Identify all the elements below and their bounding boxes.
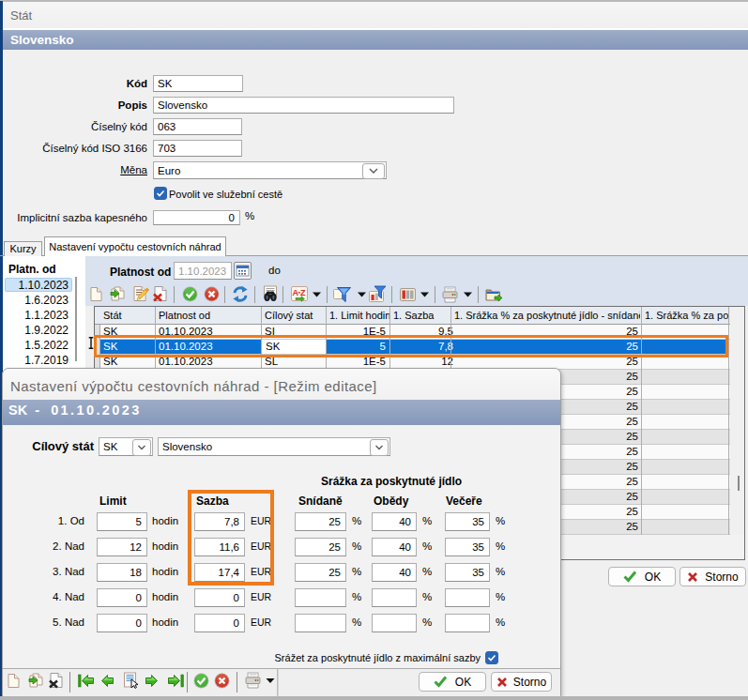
- svg-text:A: A: [293, 288, 299, 297]
